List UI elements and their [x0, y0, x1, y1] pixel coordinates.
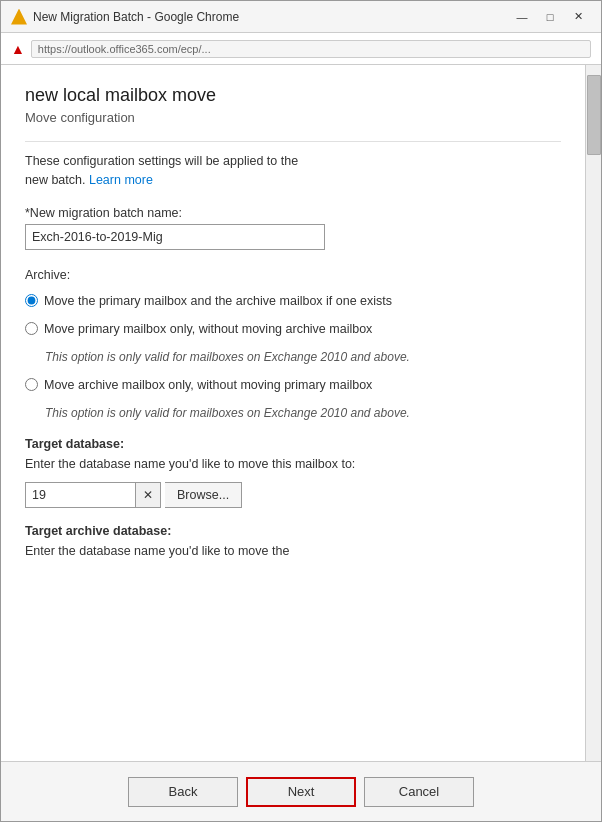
main-window: New Migration Batch - Google Chrome — □ …	[0, 0, 602, 822]
archive-option-1: Move the primary mailbox and the archive…	[25, 292, 561, 311]
page-title: new local mailbox move	[25, 85, 561, 106]
archive-note-3: This option is only valid for mailboxes …	[45, 405, 561, 422]
maximize-button[interactable]: □	[537, 7, 563, 27]
learn-more-link[interactable]: Learn more	[89, 173, 153, 187]
archive-label-2[interactable]: Move primary mailbox only, without movin…	[44, 320, 372, 339]
page-subtitle: Move configuration	[25, 110, 561, 125]
target-archive-label: Target archive database:	[25, 524, 561, 538]
back-button[interactable]: Back	[128, 777, 238, 807]
archive-option-3: Move archive mailbox only, without movin…	[25, 376, 561, 395]
archive-radio-2[interactable]	[25, 322, 38, 335]
archive-label: Archive:	[25, 268, 561, 282]
archive-label-3[interactable]: Move archive mailbox only, without movin…	[44, 376, 372, 395]
url-bar[interactable]: https://outlook.office365.com/ecp/...	[31, 40, 591, 58]
window-title: New Migration Batch - Google Chrome	[33, 10, 239, 24]
archive-option-2: Move primary mailbox only, without movin…	[25, 320, 561, 339]
description-line1: These configuration settings will be app…	[25, 154, 298, 168]
title-bar-left: New Migration Batch - Google Chrome	[11, 9, 239, 25]
warning-icon: ▲	[11, 41, 25, 57]
target-db-input-row: ✕ Browse...	[25, 482, 561, 508]
batch-name-label: *New migration batch name:	[25, 206, 561, 220]
footer: Back Next Cancel	[1, 761, 601, 821]
window-controls: — □ ✕	[509, 7, 591, 27]
content-area: new local mailbox move Move configuratio…	[1, 65, 601, 761]
target-db-input[interactable]	[25, 482, 135, 508]
archive-label-1[interactable]: Move the primary mailbox and the archive…	[44, 292, 392, 311]
main-content: new local mailbox move Move configuratio…	[1, 65, 585, 761]
scrollbar-track[interactable]	[585, 65, 601, 761]
cancel-button[interactable]: Cancel	[364, 777, 474, 807]
minimize-button[interactable]: —	[509, 7, 535, 27]
divider	[25, 141, 561, 142]
target-db-label: Target database:	[25, 437, 561, 451]
archive-note-2: This option is only valid for mailboxes …	[45, 349, 561, 366]
description: These configuration settings will be app…	[25, 152, 561, 190]
close-button[interactable]: ✕	[565, 7, 591, 27]
batch-name-input[interactable]	[25, 224, 325, 250]
target-db-clear-button[interactable]: ✕	[135, 482, 161, 508]
address-bar: ▲ https://outlook.office365.com/ecp/...	[1, 33, 601, 65]
archive-radio-1[interactable]	[25, 294, 38, 307]
description-line2: new batch.	[25, 173, 85, 187]
target-archive-description: Enter the database name you'd like to mo…	[25, 542, 561, 561]
target-db-browse-button[interactable]: Browse...	[165, 482, 242, 508]
next-button[interactable]: Next	[246, 777, 356, 807]
app-icon	[11, 9, 27, 25]
title-bar: New Migration Batch - Google Chrome — □ …	[1, 1, 601, 33]
scrollbar-thumb[interactable]	[587, 75, 601, 155]
archive-radio-3[interactable]	[25, 378, 38, 391]
target-db-description: Enter the database name you'd like to mo…	[25, 455, 561, 474]
